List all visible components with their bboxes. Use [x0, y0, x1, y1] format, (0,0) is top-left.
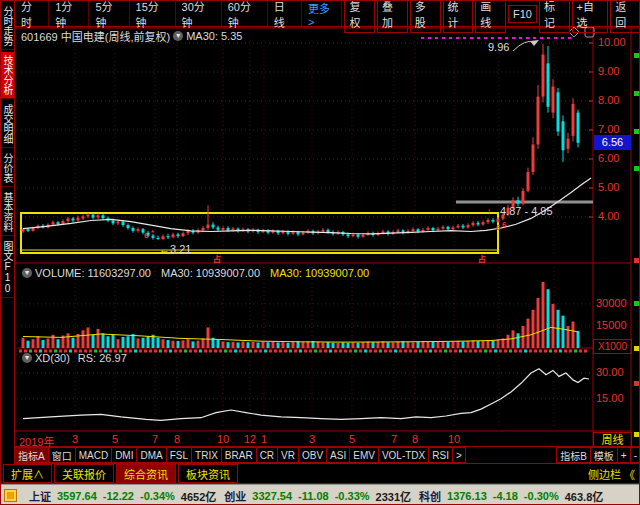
- indicator-right-+[interactable]: +: [617, 447, 631, 463]
- toolbar-period-30分钟[interactable]: 30分钟: [176, 1, 222, 26]
- volume-bar: [102, 333, 105, 348]
- candle-body: [362, 235, 365, 237]
- signal-strip-mark: [149, 350, 152, 353]
- toolbar-period-1分钟[interactable]: 1分钟: [49, 1, 89, 26]
- toolbar-period-分时[interactable]: 分时: [15, 1, 49, 26]
- candle-body: [397, 230, 400, 232]
- candle-body: [202, 228, 205, 230]
- signal-strip-mark: [139, 350, 142, 353]
- signal-strip-mark: [39, 350, 42, 353]
- indicator-tab-TRIX[interactable]: TRIX: [191, 447, 222, 463]
- toolbar-button-返回[interactable]: 返回: [610, 0, 640, 33]
- sidebar-item-技术分析[interactable]: 技术分析: [1, 52, 14, 99]
- app-logo-icon[interactable]: [4, 489, 17, 502]
- indicator-tab-OBV[interactable]: OBV: [298, 447, 327, 463]
- candle-body: [132, 228, 135, 231]
- indicator-tab-指标A[interactable]: 指标A: [14, 447, 49, 463]
- candle-body: [97, 215, 100, 217]
- indicator-tab-DMI[interactable]: DMI: [111, 447, 137, 463]
- toolbar-button-画线[interactable]: 画线: [475, 0, 506, 33]
- candle-body: [72, 218, 75, 220]
- signal-strip-mark: [219, 350, 222, 353]
- signal-strip-mark: [369, 350, 372, 353]
- signal-strip-mark: [559, 350, 562, 353]
- toolbar-period-日线[interactable]: 日线: [268, 1, 302, 26]
- signal-strip-mark: [479, 350, 482, 353]
- volume-bar: [222, 341, 225, 348]
- indicator-tab-DMA[interactable]: DMA: [136, 447, 166, 463]
- indicator-tab-CR[interactable]: CR: [256, 447, 278, 463]
- toolbar-period-60分钟[interactable]: 60分钟: [222, 1, 268, 26]
- indicator-tab-VOL-TDX[interactable]: VOL-TDX: [378, 447, 429, 463]
- signal-strip-mark: [364, 350, 367, 353]
- volume-bar: [267, 342, 270, 348]
- sidebar-collapse-toggle[interactable]: 侧边栏 《: [582, 464, 640, 483]
- toolbar-button-复权[interactable]: 复权: [344, 0, 375, 33]
- signal-strip-mark: [64, 350, 67, 353]
- toolbar-button-F10[interactable]: F10: [508, 5, 537, 23]
- sidebar-item-分时走势[interactable]: 分时走势: [1, 3, 14, 50]
- bottom-tab-关联报价[interactable]: 关联报价: [54, 464, 114, 483]
- volume-bar: [372, 342, 375, 348]
- signal-strip-mark: [119, 350, 122, 353]
- signal-strip-mark: [484, 350, 487, 353]
- indicator-tab-ASI[interactable]: ASI: [326, 447, 350, 463]
- toolbar-period-5分钟[interactable]: 5分钟: [89, 1, 129, 26]
- sidebar-item-分价表[interactable]: 分价表: [1, 150, 14, 187]
- candle-body: [157, 238, 160, 239]
- signal-strip-mark: [464, 350, 467, 353]
- candle-body: [542, 55, 545, 97]
- volume-bar: [542, 282, 545, 348]
- signal-strip-mark: [199, 350, 202, 353]
- candle-body: [482, 222, 485, 224]
- candle-body: [207, 225, 210, 228]
- candle-body: [487, 220, 490, 222]
- candle-body: [562, 121, 565, 150]
- toolbar-button-叠加[interactable]: 叠加: [377, 0, 408, 33]
- volume-bar: [122, 337, 125, 348]
- index-change: -11.08: [298, 490, 329, 502]
- toolbar-button-统计[interactable]: 统计: [443, 0, 474, 33]
- indicator-tab-窗口[interactable]: 窗口: [48, 447, 76, 463]
- app-window: 601669 中国电建(周线,前复权)▾MA30: 5.3510.009.008…: [0, 0, 640, 505]
- toolbar-button-+自选[interactable]: +自选: [572, 0, 609, 33]
- index-amount: 463.8亿: [565, 488, 604, 504]
- volume-bar: [467, 341, 470, 348]
- bottom-tab-综合资讯[interactable]: 综合资讯: [116, 464, 176, 483]
- volume-bar: [272, 342, 275, 348]
- toolbar-more-button[interactable]: 更多>: [302, 1, 342, 26]
- signal-strip-mark: [54, 350, 57, 353]
- indicator-right-指标B[interactable]: 指标B: [556, 447, 591, 463]
- indicator-tab-RSI[interactable]: RSI: [428, 447, 453, 463]
- sidebar-item-成交明细[interactable]: 成交明细: [1, 101, 14, 148]
- signal-strip-mark: [254, 350, 257, 353]
- volume-ma30-line: [23, 327, 578, 342]
- bottom-tab-板块资讯[interactable]: 板块资讯: [178, 464, 238, 483]
- toolbar-period-15分钟[interactable]: 15分钟: [130, 1, 176, 26]
- index-name: 科创: [419, 488, 441, 504]
- indicator-tab-BRAR[interactable]: BRAR: [221, 447, 257, 463]
- indicator-tab-EMV[interactable]: EMV: [349, 447, 379, 463]
- indicator-tab->[interactable]: >: [452, 447, 466, 463]
- indicator-tab-FSL[interactable]: FSL: [166, 447, 192, 463]
- toolbar-button-标记[interactable]: 标记: [539, 0, 570, 33]
- signal-strip-mark: [19, 350, 22, 353]
- signal-strip-mark: [324, 350, 327, 353]
- signal-strip-mark: [454, 350, 457, 353]
- toolbar-button-多股[interactable]: 多股: [410, 0, 441, 33]
- sidebar-item-基本资料[interactable]: 基本资料: [1, 189, 14, 236]
- index-pct: -0.30%: [524, 490, 559, 502]
- indicator-tab-MACD[interactable]: MACD: [75, 447, 112, 463]
- index-value: 3327.54: [252, 490, 292, 502]
- indicator-right-模板[interactable]: 模板: [590, 447, 618, 463]
- bottom-tab-bar: 扩展∧关联报价综合资讯板块资讯侧边栏 《: [1, 464, 640, 484]
- volume-bar: [462, 341, 465, 348]
- side-strip-mark: [634, 91, 639, 96]
- bottom-tab-扩展∧[interactable]: 扩展∧: [3, 464, 52, 483]
- indicator-tab-VR[interactable]: VR: [277, 447, 299, 463]
- volume-bar: [417, 342, 420, 348]
- sidebar-item-图文F10[interactable]: 图文F10: [1, 238, 14, 298]
- signal-strip-mark: [304, 350, 307, 353]
- indicator-right--[interactable]: -: [630, 447, 640, 463]
- volume-bar: [112, 335, 115, 348]
